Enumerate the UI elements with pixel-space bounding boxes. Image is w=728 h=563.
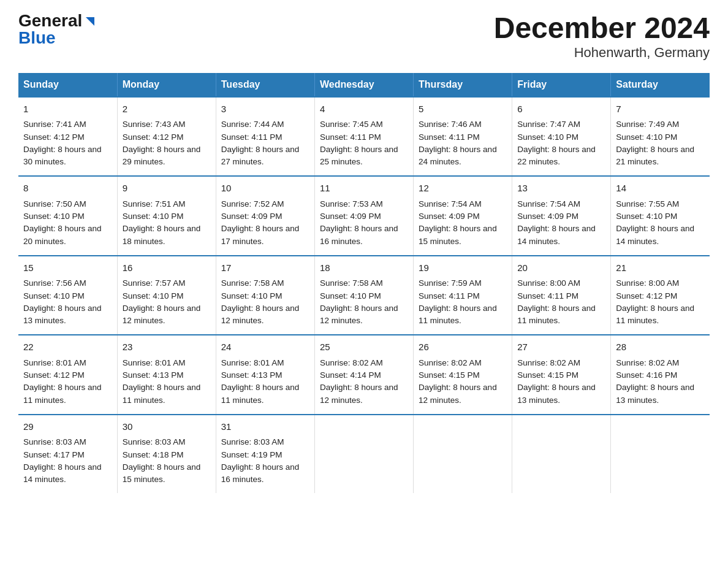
sunset-text: Sunset: 4:10 PM xyxy=(616,212,677,221)
calendar-cell xyxy=(414,415,512,494)
day-number: 22 xyxy=(23,340,112,354)
page-title: December 2024 xyxy=(494,12,710,45)
day-number: 10 xyxy=(221,182,309,196)
sunrise-text: Sunrise: 7:41 AM xyxy=(23,120,86,129)
sunrise-text: Sunrise: 8:02 AM xyxy=(517,358,580,367)
sunset-text: Sunset: 4:11 PM xyxy=(221,132,282,142)
calendar-cell: 5 Sunrise: 7:46 AM Sunset: 4:11 PM Dayli… xyxy=(414,97,512,177)
day-number: 3 xyxy=(221,102,309,117)
day-number: 2 xyxy=(123,102,211,117)
calendar-cell: 20 Sunrise: 8:00 AM Sunset: 4:11 PM Dayl… xyxy=(512,256,611,335)
daylight-text: Daylight: 8 hours and 14 minutes. xyxy=(517,224,596,245)
daylight-text: Daylight: 8 hours and 29 minutes. xyxy=(123,145,201,166)
daylight-text: Daylight: 8 hours and 11 minutes. xyxy=(616,304,694,325)
sunrise-text: Sunrise: 7:44 AM xyxy=(221,120,284,129)
day-number: 1 xyxy=(23,102,112,117)
sunrise-text: Sunrise: 8:00 AM xyxy=(616,278,679,288)
sunset-text: Sunset: 4:10 PM xyxy=(221,291,282,301)
calendar-cell: 21 Sunrise: 8:00 AM Sunset: 4:12 PM Dayl… xyxy=(611,256,710,335)
day-number: 29 xyxy=(23,420,112,434)
calendar-cell: 11 Sunrise: 7:53 AM Sunset: 4:09 PM Dayl… xyxy=(314,176,413,256)
sunset-text: Sunset: 4:13 PM xyxy=(123,370,184,380)
calendar-cell: 22 Sunrise: 8:01 AM Sunset: 4:12 PM Dayl… xyxy=(18,335,117,415)
page-subtitle: Hohenwarth, Germany xyxy=(494,45,710,61)
daylight-text: Daylight: 8 hours and 14 minutes. xyxy=(23,462,102,484)
calendar-cell: 23 Sunrise: 8:01 AM Sunset: 4:13 PM Dayl… xyxy=(117,335,216,415)
sunrise-text: Sunrise: 7:52 AM xyxy=(221,199,284,209)
sunset-text: Sunset: 4:11 PM xyxy=(419,132,480,142)
calendar-cell: 3 Sunrise: 7:44 AM Sunset: 4:11 PM Dayli… xyxy=(216,97,314,177)
calendar-cell: 7 Sunrise: 7:49 AM Sunset: 4:10 PM Dayli… xyxy=(611,97,710,177)
sunrise-text: Sunrise: 7:58 AM xyxy=(221,278,284,288)
sunset-text: Sunset: 4:09 PM xyxy=(419,212,480,221)
daylight-text: Daylight: 8 hours and 12 minutes. xyxy=(221,304,300,325)
sunset-text: Sunset: 4:12 PM xyxy=(616,291,677,301)
daylight-text: Daylight: 8 hours and 15 minutes. xyxy=(419,224,497,245)
sunrise-text: Sunrise: 7:51 AM xyxy=(123,199,186,209)
day-number: 8 xyxy=(23,182,112,196)
daylight-text: Daylight: 8 hours and 18 minutes. xyxy=(123,224,201,245)
calendar-cell: 24 Sunrise: 8:01 AM Sunset: 4:13 PM Dayl… xyxy=(216,335,314,415)
sunset-text: Sunset: 4:10 PM xyxy=(517,132,578,142)
header-wednesday: Wednesday xyxy=(314,73,413,97)
day-number: 19 xyxy=(419,261,507,275)
daylight-text: Daylight: 8 hours and 16 minutes. xyxy=(320,224,398,245)
sunrise-text: Sunrise: 7:43 AM xyxy=(123,120,186,129)
daylight-text: Daylight: 8 hours and 25 minutes. xyxy=(320,145,398,166)
daylight-text: Daylight: 8 hours and 14 minutes. xyxy=(616,224,694,245)
sunrise-text: Sunrise: 8:02 AM xyxy=(320,358,383,367)
sunset-text: Sunset: 4:09 PM xyxy=(221,212,282,221)
day-number: 18 xyxy=(320,261,408,275)
day-number: 23 xyxy=(123,340,211,354)
sunrise-text: Sunrise: 7:58 AM xyxy=(320,278,383,288)
calendar-cell xyxy=(314,415,413,494)
calendar-cell: 25 Sunrise: 8:02 AM Sunset: 4:14 PM Dayl… xyxy=(314,335,413,415)
week-row-2: 8 Sunrise: 7:50 AM Sunset: 4:10 PM Dayli… xyxy=(18,176,710,256)
calendar-cell: 10 Sunrise: 7:52 AM Sunset: 4:09 PM Dayl… xyxy=(216,176,314,256)
calendar-cell: 2 Sunrise: 7:43 AM Sunset: 4:12 PM Dayli… xyxy=(117,97,216,177)
sunset-text: Sunset: 4:10 PM xyxy=(123,291,184,301)
daylight-text: Daylight: 8 hours and 16 minutes. xyxy=(221,462,300,484)
daylight-text: Daylight: 8 hours and 11 minutes. xyxy=(517,304,596,325)
day-number: 5 xyxy=(419,102,507,117)
day-number: 4 xyxy=(320,102,408,117)
day-number: 6 xyxy=(517,102,605,117)
day-number: 16 xyxy=(123,261,211,275)
day-number: 9 xyxy=(123,182,211,196)
week-row-1: 1 Sunrise: 7:41 AM Sunset: 4:12 PM Dayli… xyxy=(18,97,710,177)
sunset-text: Sunset: 4:10 PM xyxy=(23,212,85,221)
sunrise-text: Sunrise: 8:01 AM xyxy=(221,358,284,367)
daylight-text: Daylight: 8 hours and 11 minutes. xyxy=(419,304,497,325)
week-row-3: 15 Sunrise: 7:56 AM Sunset: 4:10 PM Dayl… xyxy=(18,256,710,335)
sunrise-text: Sunrise: 8:00 AM xyxy=(517,278,580,288)
sunrise-text: Sunrise: 8:03 AM xyxy=(23,437,86,446)
day-number: 25 xyxy=(320,340,408,354)
day-number: 27 xyxy=(517,340,605,354)
daylight-text: Daylight: 8 hours and 12 minutes. xyxy=(320,304,398,325)
day-number: 21 xyxy=(616,261,705,275)
sunrise-text: Sunrise: 7:59 AM xyxy=(419,278,482,288)
calendar-cell xyxy=(611,415,710,494)
sunrise-text: Sunrise: 7:53 AM xyxy=(320,199,383,209)
day-number: 20 xyxy=(517,261,605,275)
calendar-cell: 16 Sunrise: 7:57 AM Sunset: 4:10 PM Dayl… xyxy=(117,256,216,335)
sunset-text: Sunset: 4:16 PM xyxy=(616,370,677,380)
daylight-text: Daylight: 8 hours and 21 minutes. xyxy=(616,145,694,166)
daylight-text: Daylight: 8 hours and 13 minutes. xyxy=(517,383,596,404)
sunset-text: Sunset: 4:14 PM xyxy=(320,370,381,380)
daylight-text: Daylight: 8 hours and 20 minutes. xyxy=(23,224,102,245)
sunset-text: Sunset: 4:10 PM xyxy=(23,291,85,301)
sunset-text: Sunset: 4:10 PM xyxy=(123,212,184,221)
sunrise-text: Sunrise: 7:50 AM xyxy=(23,199,86,209)
calendar-header-row: SundayMondayTuesdayWednesdayThursdayFrid… xyxy=(18,73,710,97)
sunset-text: Sunset: 4:10 PM xyxy=(616,132,677,142)
calendar-cell: 17 Sunrise: 7:58 AM Sunset: 4:10 PM Dayl… xyxy=(216,256,314,335)
daylight-text: Daylight: 8 hours and 13 minutes. xyxy=(616,383,694,404)
sunrise-text: Sunrise: 7:49 AM xyxy=(616,120,679,129)
sunset-text: Sunset: 4:17 PM xyxy=(23,450,85,459)
header-saturday: Saturday xyxy=(611,73,710,97)
calendar-cell: 8 Sunrise: 7:50 AM Sunset: 4:10 PM Dayli… xyxy=(18,176,117,256)
calendar-cell: 14 Sunrise: 7:55 AM Sunset: 4:10 PM Dayl… xyxy=(611,176,710,256)
sunrise-text: Sunrise: 8:02 AM xyxy=(419,358,482,367)
calendar-cell: 31 Sunrise: 8:03 AM Sunset: 4:19 PM Dayl… xyxy=(216,415,314,494)
